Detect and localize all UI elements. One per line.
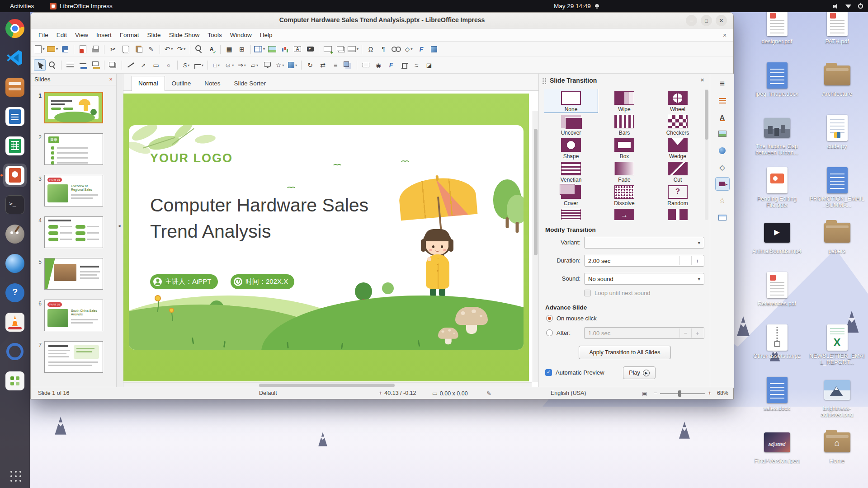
menu-view[interactable]: View — [71, 28, 92, 42]
zoom-tool-icon[interactable] — [47, 59, 58, 71]
desktop-icon-sales-docx[interactable]: sales.docx — [747, 374, 807, 426]
desktop-icon-income-gap[interactable]: The Income Gap between Urban... — [747, 112, 807, 164]
spelling-icon[interactable] — [206, 43, 217, 55]
glue-points-icon[interactable] — [373, 59, 384, 71]
line-color-icon[interactable] — [77, 59, 89, 71]
dock-gimp[interactable] — [3, 222, 27, 246]
loop-sound-option[interactable]: Loop until next sound — [584, 290, 651, 296]
slide-thumbnail-5[interactable]: 5 — [34, 258, 103, 290]
sidebar-settings-icon[interactable] — [715, 77, 730, 90]
connector-tool-icon[interactable] — [193, 59, 205, 71]
insert-media-icon[interactable] — [304, 43, 316, 55]
line-style-icon[interactable] — [64, 59, 76, 71]
special-character-icon[interactable] — [365, 43, 377, 55]
transition-extra-1[interactable] — [544, 206, 598, 220]
desktop-icon-final-version-jpeg[interactable]: adjusted Final-Version.jpeg — [747, 426, 807, 479]
desktop-icon-references-pdf[interactable]: References.pdf — [747, 269, 807, 321]
menu-file[interactable]: File — [34, 28, 52, 42]
desktop-icon-designer-pdf[interactable]: designer.pdf — [747, 7, 807, 59]
menu-insert[interactable]: Insert — [92, 28, 116, 42]
dock-chrome[interactable] — [3, 17, 27, 40]
slides-panel-close-icon[interactable] — [109, 76, 113, 83]
minimize-button[interactable] — [686, 15, 697, 26]
close-button[interactable] — [716, 15, 727, 26]
zoom-out-icon[interactable]: − — [654, 389, 657, 396]
symbol-shapes-icon[interactable] — [223, 59, 235, 71]
basic-shapes-dropdown-icon[interactable] — [211, 59, 222, 71]
desktop-icon-promotion-email[interactable]: PROMOTION_EMAIL_SUMMA... — [807, 164, 867, 216]
transition-grid-scrollbar-thumb[interactable] — [705, 90, 708, 140]
menu-window[interactable]: Window — [226, 28, 256, 42]
transition-grid-scrollbar[interactable] — [705, 89, 708, 220]
sidebar-animation-icon[interactable] — [715, 194, 730, 207]
dock-vlc[interactable] — [3, 310, 27, 334]
panel-splitter[interactable] — [117, 74, 123, 388]
transition-venetian[interactable]: Venetian — [544, 160, 598, 183]
dock-calc[interactable] — [3, 134, 27, 158]
on-mouse-click-radio[interactable] — [546, 315, 553, 322]
slide-title-text[interactable]: Computer Hardware Sales Trend Analysis — [150, 192, 368, 244]
dock-writer[interactable] — [3, 105, 27, 128]
slide-thumbnail-6[interactable]: 6 PART 03 South China Sales Analysis — [34, 300, 103, 331]
tab-slide-sorter[interactable]: Slide Sorter — [227, 76, 273, 90]
3d-shapes-icon[interactable] — [287, 59, 298, 71]
transition-panel-close-icon[interactable] — [700, 76, 704, 84]
redo-icon[interactable] — [175, 43, 187, 55]
flip-icon[interactable] — [317, 59, 329, 71]
transition-random[interactable]: Random — [651, 183, 704, 206]
after-decrease-icon[interactable] — [679, 328, 691, 338]
sidebar-navigator-icon[interactable] — [715, 144, 730, 157]
export-pdf-icon[interactable] — [77, 43, 89, 55]
slide-thumbnail-7[interactable]: 7 — [34, 341, 103, 373]
menu-help[interactable]: Help — [256, 28, 277, 42]
zoom-slider-thumb[interactable] — [678, 390, 681, 397]
transition-checkers[interactable]: Checkers — [651, 113, 704, 136]
print-icon[interactable] — [90, 43, 101, 55]
flowchart-shapes-icon[interactable] — [249, 59, 260, 71]
transition-cut[interactable]: Cut — [651, 160, 704, 183]
slide-layout-icon[interactable] — [347, 43, 359, 55]
clone-formatting-icon[interactable] — [145, 43, 157, 55]
desktop-icon-code-py[interactable]: code.py — [807, 112, 867, 164]
window-titlebar[interactable]: Computer Hardware Sales Trend Analysis.p… — [31, 13, 733, 28]
play-button[interactable]: Play — [623, 366, 656, 379]
after-radio[interactable] — [546, 329, 553, 336]
3d-objects-icon[interactable] — [428, 43, 440, 55]
line-arrow-icon[interactable] — [137, 59, 149, 71]
menu-tools[interactable]: Tools — [203, 28, 226, 42]
crop-image-icon[interactable] — [398, 59, 410, 71]
slide-logo-text[interactable]: YOUR LOGO — [150, 151, 233, 165]
transition-cover[interactable]: Cover — [544, 183, 598, 206]
show-applications-button[interactable] — [6, 466, 24, 484]
desktop-icon-brightness-png[interactable]: brightness-adjusted.png — [807, 374, 867, 426]
time-badge[interactable]: 时间：202X.X — [231, 274, 294, 289]
dock-vscode[interactable] — [3, 46, 27, 70]
align-objects-icon[interactable] — [330, 59, 341, 71]
automatic-preview-option[interactable]: Automatic Preview — [545, 369, 604, 376]
clock-menu[interactable]: May 29 14:49 — [554, 0, 599, 12]
new-slide-icon[interactable] — [322, 43, 334, 55]
select-tool-icon[interactable] — [34, 59, 46, 71]
presenter-badge[interactable]: 主讲人：AiPPT — [150, 274, 218, 289]
drag-handle-icon[interactable] — [542, 78, 547, 84]
copy-icon[interactable] — [120, 43, 132, 55]
focused-app-menu[interactable]: LibreOffice Impress — [50, 0, 113, 12]
close-document-icon[interactable] — [721, 31, 729, 39]
tab-normal[interactable]: Normal — [132, 76, 165, 91]
menu-format[interactable]: Format — [116, 28, 143, 42]
desktop-icon-path-pdf[interactable]: PATH.pdf — [807, 7, 867, 59]
fontwork-text-icon[interactable] — [385, 59, 397, 71]
callout-shapes-icon[interactable] — [261, 59, 273, 71]
zoom-percent[interactable]: 68% — [717, 390, 728, 396]
apply-to-all-slides-button[interactable]: Apply Transition to All Slides — [579, 346, 671, 359]
desktop-icon-animalsounds-mp4[interactable]: AnimalSounds.mp4 — [747, 216, 807, 269]
after-increase-icon[interactable] — [691, 328, 703, 338]
activities-button[interactable]: Activities — [6, 0, 38, 12]
dock-software-store[interactable] — [3, 369, 27, 393]
desktop-icon-other-assets-targz[interactable]: Other assets.tar.gz — [747, 321, 807, 374]
duration-increase-icon[interactable] — [691, 256, 703, 265]
snap-guides-icon[interactable] — [236, 43, 248, 55]
dock-impress-active[interactable] — [3, 164, 27, 187]
duration-spinner[interactable]: 2.00 sec — [584, 255, 704, 267]
menu-slideshow[interactable]: Slide Show — [165, 28, 204, 42]
